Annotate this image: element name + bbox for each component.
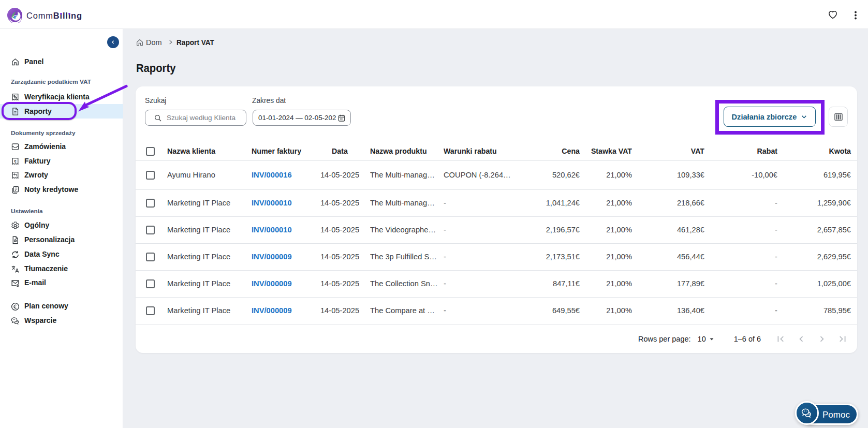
svg-text:€: € xyxy=(14,159,17,164)
